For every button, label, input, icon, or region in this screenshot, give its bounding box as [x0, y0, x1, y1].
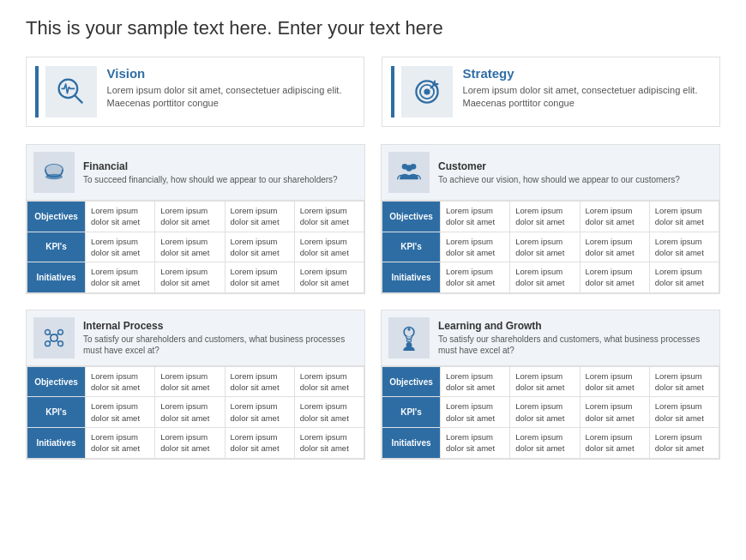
strategy-icon-box — [401, 66, 453, 117]
customer-table: Objectives Lorem ipsumdolor sit amet Lor… — [382, 201, 719, 293]
learning-header-content: Learning and Growth To satisfy our share… — [438, 320, 713, 356]
strategy-icon — [412, 76, 442, 107]
internal-icon — [41, 325, 67, 351]
table-row: KPI's Lorem ipsumdolor sit amet Lorem ip… — [382, 232, 719, 262]
vision-card: Vision Lorem ipsum dolor sit amet, conse… — [26, 57, 364, 127]
financial-title: Financial — [83, 160, 338, 172]
internal-desc: To satisfy our shareholders and customer… — [83, 334, 358, 356]
customer-kpis-label: KPI's — [382, 232, 441, 262]
internal-title: Internal Process — [83, 320, 358, 332]
table-row: Objectives Lorem ipsumdolor sit amet Lor… — [27, 366, 364, 397]
learning-header: Learning and Growth To satisfy our share… — [382, 310, 719, 366]
financial-init-3: Lorem ipsumdolor sit amet — [225, 262, 294, 293]
quadrants-grid: Financial To succeed financially, how sh… — [26, 144, 720, 460]
financial-kpi-3: Lorem ipsumdolor sit amet — [225, 232, 294, 262]
financial-initiatives-label: Initiatives — [27, 262, 86, 293]
svg-point-17 — [45, 341, 51, 346]
financial-obj-3: Lorem ipsumdolor sit amet — [225, 202, 294, 232]
learning-title: Learning and Growth — [438, 320, 713, 332]
internal-kpis-label: KPI's — [27, 397, 86, 428]
financial-kpi-1: Lorem ipsumdolor sit amet — [86, 232, 155, 262]
financial-kpi-4: Lorem ipsumdolor sit amet — [294, 232, 364, 262]
learning-icon-box — [388, 317, 430, 358]
strategy-desc: Lorem ipsum dolor sit amet, consectetuer… — [463, 84, 711, 111]
financial-header: Financial To succeed financially, how sh… — [27, 145, 364, 201]
svg-point-18 — [58, 341, 63, 346]
financial-kpi-2: Lorem ipsumdolor sit amet — [155, 232, 225, 262]
svg-line-20 — [57, 334, 59, 336]
customer-title: Customer — [438, 160, 680, 172]
internal-objectives-label: Objectives — [27, 366, 86, 397]
vision-content: Vision Lorem ipsum dolor sit amet, conse… — [107, 66, 355, 111]
internal-header: Internal Process To satisfy our sharehol… — [27, 310, 364, 366]
financial-icon-box — [33, 152, 75, 193]
vision-icon — [56, 76, 87, 107]
customer-objectives-label: Objectives — [382, 202, 441, 232]
learning-initiatives-label: Initiatives — [382, 427, 441, 458]
financial-init-4: Lorem ipsumdolor sit amet — [294, 262, 364, 293]
svg-point-4 — [424, 88, 430, 94]
table-row: Initiatives Lorem ipsumdolor sit amet Lo… — [27, 427, 364, 458]
customer-initiatives-label: Initiatives — [382, 262, 441, 293]
strategy-title: Strategy — [463, 66, 711, 81]
table-row: KPI's Lorem ipsumdolor sit amet Lorem ip… — [382, 397, 719, 428]
svg-line-19 — [50, 334, 52, 336]
svg-point-15 — [45, 329, 51, 334]
customer-icon-box — [388, 152, 430, 193]
table-row: KPI's Lorem ipsumdolor sit amet Lorem ip… — [27, 397, 364, 428]
learning-icon — [396, 325, 422, 351]
top-cards-section: Vision Lorem ipsum dolor sit amet, conse… — [26, 57, 720, 127]
svg-point-27 — [407, 328, 410, 330]
financial-kpis-label: KPI's — [27, 232, 86, 262]
svg-point-10 — [45, 174, 63, 180]
internal-icon-box — [33, 317, 75, 358]
financial-objectives-label: Objectives — [27, 202, 86, 232]
svg-line-1 — [75, 96, 81, 103]
table-row: Objectives Lorem ipsumdolor sit amet Lor… — [27, 202, 364, 232]
quadrant-financial: Financial To succeed financially, how sh… — [26, 144, 365, 294]
financial-table: Objectives Lorem ipsumdolor sit amet Lor… — [27, 201, 364, 293]
vision-desc: Lorem ipsum dolor sit amet, consectetuer… — [107, 84, 355, 111]
page-title: This is your sample text here. Enter you… — [26, 17, 720, 39]
table-row: Initiatives Lorem ipsumdolor sit amet Lo… — [382, 262, 719, 293]
vision-icon-box — [45, 66, 97, 117]
financial-header-content: Financial To succeed financially, how sh… — [83, 160, 338, 185]
table-row: KPI's Lorem ipsumdolor sit amet Lorem ip… — [27, 232, 364, 262]
financial-icon — [41, 160, 67, 185]
learning-objectives-label: Objectives — [382, 366, 441, 397]
quadrant-customer: Customer To achieve our vision, how shou… — [381, 144, 720, 294]
strategy-content: Strategy Lorem ipsum dolor sit amet, con… — [463, 66, 711, 111]
svg-line-22 — [57, 340, 59, 342]
internal-table: Objectives Lorem ipsumdolor sit amet Lor… — [27, 366, 364, 459]
table-row: Objectives Lorem ipsumdolor sit amet Lor… — [382, 366, 719, 397]
quadrant-internal: Internal Process To satisfy our sharehol… — [26, 310, 365, 460]
customer-header: Customer To achieve our vision, how shou… — [382, 145, 719, 201]
learning-desc: To satisfy our shareholders and customer… — [438, 334, 713, 356]
learning-table: Objectives Lorem ipsumdolor sit amet Lor… — [382, 366, 719, 459]
financial-obj-1: Lorem ipsumdolor sit amet — [86, 202, 155, 232]
learning-kpis-label: KPI's — [382, 397, 441, 428]
customer-desc: To achieve our vision, how should we app… — [438, 174, 680, 185]
financial-init-1: Lorem ipsumdolor sit amet — [86, 262, 155, 293]
strategy-accent — [391, 66, 394, 117]
table-row: Initiatives Lorem ipsumdolor sit amet Lo… — [382, 427, 719, 458]
financial-obj-2: Lorem ipsumdolor sit amet — [155, 202, 225, 232]
financial-init-2: Lorem ipsumdolor sit amet — [155, 262, 225, 293]
quadrant-learning: Learning and Growth To satisfy our share… — [381, 310, 720, 460]
table-row: Initiatives Lorem ipsumdolor sit amet Lo… — [27, 262, 364, 293]
strategy-card: Strategy Lorem ipsum dolor sit amet, con… — [382, 57, 720, 127]
customer-header-content: Customer To achieve our vision, how shou… — [438, 160, 680, 185]
svg-point-13 — [406, 165, 412, 172]
svg-point-16 — [58, 329, 63, 334]
financial-obj-4: Lorem ipsumdolor sit amet — [294, 202, 364, 232]
vision-title: Vision — [107, 66, 355, 81]
svg-line-21 — [50, 340, 52, 342]
vision-accent — [35, 66, 39, 117]
table-row: Objectives Lorem ipsumdolor sit amet Lor… — [382, 202, 719, 232]
financial-desc: To succeed financially, how should we ap… — [83, 174, 338, 185]
internal-initiatives-label: Initiatives — [27, 427, 86, 458]
customer-icon — [396, 160, 422, 185]
internal-header-content: Internal Process To satisfy our sharehol… — [83, 320, 358, 356]
